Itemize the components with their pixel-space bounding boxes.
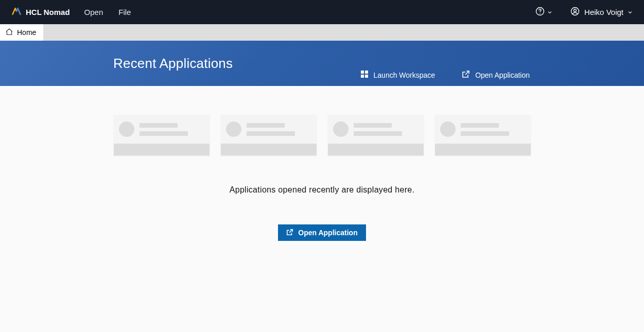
skeleton-line (354, 131, 402, 136)
skeleton-footer (328, 144, 424, 155)
chevron-down-icon (628, 8, 633, 17)
topbar-right: Heiko Voigt (535, 6, 633, 19)
external-link-icon (286, 229, 293, 237)
tab-home-label: Home (17, 28, 36, 37)
main-menu: Open File (84, 8, 131, 16)
skeleton-card (435, 115, 531, 155)
user-name-label: Heiko Voigt (584, 8, 623, 16)
external-link-icon (462, 70, 470, 80)
skeleton-avatar (333, 121, 349, 137)
open-application-label: Open Application (475, 71, 530, 79)
svg-rect-6 (361, 75, 364, 78)
skeleton-footer (114, 144, 210, 155)
tab-bar: Home (0, 24, 644, 41)
svg-rect-4 (361, 71, 364, 74)
user-avatar-icon (570, 6, 580, 19)
launch-workspace-button[interactable]: Launch Workspace (360, 70, 436, 80)
svg-point-1 (539, 13, 541, 13)
top-navigation-bar: HCL Nomad Open File (0, 0, 644, 24)
open-application-button[interactable]: Open Application (278, 224, 365, 241)
open-application-link[interactable]: Open Application (462, 70, 530, 80)
page-title: Recent Applications (113, 56, 233, 72)
skeleton-card (221, 115, 317, 155)
open-application-button-label: Open Application (298, 229, 357, 237)
skeleton-avatar (440, 121, 456, 137)
svg-rect-7 (365, 75, 368, 78)
user-menu[interactable]: Heiko Voigt (570, 6, 633, 19)
grid-icon (360, 70, 369, 80)
skeleton-footer (435, 144, 531, 155)
skeleton-footer (221, 144, 317, 155)
svg-point-3 (574, 9, 577, 11)
empty-state-message: Applications opened recently are display… (0, 185, 644, 195)
help-icon (535, 6, 545, 19)
skeleton-card (328, 115, 424, 155)
skeleton-line (247, 123, 285, 128)
chevron-down-icon (547, 8, 552, 17)
skeleton-line (140, 123, 178, 128)
main-content: Applications opened recently are display… (0, 86, 644, 241)
svg-rect-5 (365, 71, 368, 74)
svg-point-2 (571, 7, 579, 15)
help-menu[interactable] (535, 6, 552, 19)
skeleton-line (461, 131, 509, 136)
skeleton-line (461, 123, 499, 128)
launch-workspace-label: Launch Workspace (374, 71, 436, 79)
menu-open[interactable]: Open (84, 8, 103, 16)
menu-file[interactable]: File (118, 8, 131, 16)
skeleton-line (247, 131, 295, 136)
skeleton-avatar (119, 121, 134, 137)
skeleton-line (140, 131, 188, 136)
skeleton-card (114, 115, 210, 155)
hero-actions: Launch Workspace Open Application (360, 70, 530, 80)
brand: HCL Nomad (11, 6, 70, 18)
brand-logo-icon (11, 6, 22, 18)
hero-banner: Recent Applications Launch Workspace (0, 41, 644, 86)
recent-apps-skeleton-row (0, 115, 644, 155)
skeleton-line (354, 123, 392, 128)
home-icon (5, 28, 13, 38)
skeleton-avatar (226, 121, 241, 137)
tab-home[interactable]: Home (0, 24, 44, 41)
brand-name: HCL Nomad (26, 8, 70, 16)
cta-wrap: Open Application (0, 224, 644, 241)
